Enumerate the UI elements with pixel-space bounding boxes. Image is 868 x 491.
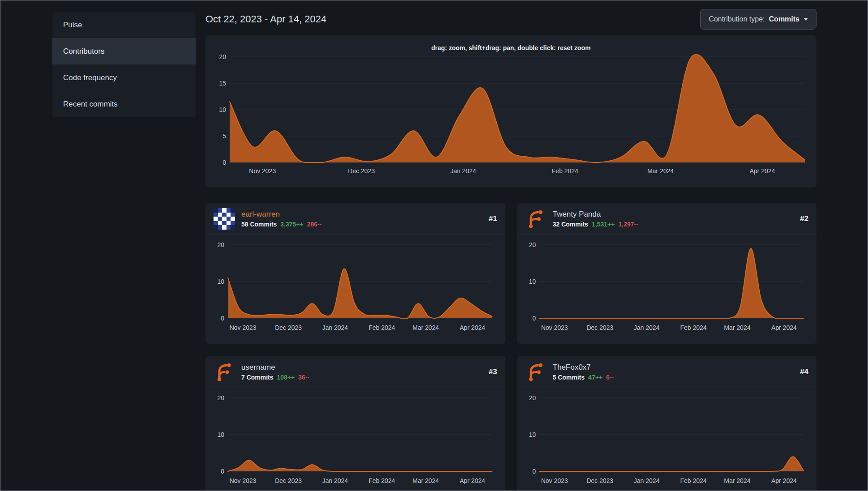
contribution-type-value: Commits [769,15,800,23]
svg-text:Nov 2023: Nov 2023 [230,477,257,484]
contributor-activity-chart[interactable]: 01020Nov 2023Dec 2023Jan 2024Feb 2024Mar… [212,392,498,487]
contributor-meta: earl-warren 58 Commits 3,375++ 286-- [241,210,483,228]
svg-text:Jan 2024: Jan 2024 [450,167,476,175]
svg-text:20: 20 [219,53,226,60]
main-activity-chart[interactable]: 05101520Nov 2023Dec 2023Jan 2024Feb 2024… [211,52,811,177]
commit-count: 5 Commits [553,374,585,381]
svg-text:Apr 2024: Apr 2024 [460,324,485,331]
additions-count: 3,375++ [280,221,303,228]
rank-badge: #3 [489,367,497,376]
contributor-name: username [241,363,483,372]
contributors-grid: earl-warren 58 Commits 3,375++ 286-- #1 … [205,203,817,491]
sidebar-item-pulse[interactable]: Pulse [52,12,196,38]
sidebar-item-contributors[interactable]: Contributors [52,38,196,64]
svg-text:0: 0 [532,315,536,322]
svg-text:Feb 2024: Feb 2024 [368,324,395,331]
svg-text:Nov 2023: Nov 2023 [541,324,568,331]
svg-text:10: 10 [217,278,224,285]
svg-text:Apr 2024: Apr 2024 [771,477,796,484]
svg-text:Jan 2024: Jan 2024 [633,477,659,484]
contributor-meta: TheFox0x7 5 Commits 47++ 6-- [553,363,794,381]
topbar: Oct 22, 2023 - Apr 14, 2024 Contribution… [205,9,817,30]
forgejo-logo-icon [525,208,547,230]
commit-count: 32 Commits [553,221,588,228]
chevron-down-icon [804,18,808,21]
svg-text:Dec 2023: Dec 2023 [586,477,613,484]
contributor-stats: 32 Commits 1,531++ 1,297-- [553,221,794,228]
contributor-name[interactable]: earl-warren [241,210,483,219]
identicon-avatar [214,208,235,230]
contributor-card-earl-warren: earl-warren 58 Commits 3,375++ 286-- #1 … [205,203,505,344]
date-range-title: Oct 22, 2023 - Apr 14, 2024 [205,13,326,25]
main-chart-card: drag: zoom, shift+drag: pan, double clic… [205,35,817,188]
svg-text:Dec 2023: Dec 2023 [275,324,302,331]
deletions-count: 286-- [307,221,322,228]
contributor-meta: Twenty Panda 32 Commits 1,531++ 1,297-- [553,210,794,228]
chart-zoom-hint: drag: zoom, shift+drag: pan, double clic… [211,35,811,51]
svg-text:10: 10 [529,431,536,438]
svg-text:5: 5 [222,132,226,140]
svg-text:Jan 2024: Jan 2024 [633,324,659,331]
svg-text:Feb 2024: Feb 2024 [680,324,706,331]
svg-text:Dec 2023: Dec 2023 [586,324,613,331]
svg-text:0: 0 [221,315,224,322]
svg-text:Feb 2024: Feb 2024 [368,477,395,484]
svg-text:10: 10 [529,278,536,285]
contributor-activity-chart[interactable]: 01020Nov 2023Dec 2023Jan 2024Feb 2024Mar… [212,239,498,333]
sidebar-item-code-frequency[interactable]: Code frequency [52,64,196,91]
svg-text:Mar 2024: Mar 2024 [724,324,750,331]
contributor-card-twenty-panda: Twenty Panda 32 Commits 1,531++ 1,297-- … [517,203,817,344]
contributor-stats: 7 Commits 108++ 36-- [241,374,483,381]
svg-text:10: 10 [217,431,224,438]
svg-text:0: 0 [532,468,536,475]
contributor-stats: 58 Commits 3,375++ 286-- [241,221,483,228]
svg-text:20: 20 [217,241,224,248]
contributor-name: Twenty Panda [553,210,794,219]
contributor-header: username 7 Commits 108++ 36-- #3 [205,356,505,388]
svg-text:Nov 2023: Nov 2023 [541,477,568,484]
rank-badge: #1 [489,214,497,223]
svg-text:Mar 2024: Mar 2024 [412,477,439,484]
main-content: Oct 22, 2023 - Apr 14, 2024 Contribution… [205,0,817,491]
commit-count: 58 Commits [241,221,277,228]
svg-text:Nov 2023: Nov 2023 [249,167,276,175]
contributor-activity-chart[interactable]: 01020Nov 2023Dec 2023Jan 2024Feb 2024Mar… [523,392,810,487]
contributor-header: earl-warren 58 Commits 3,375++ 286-- #1 [205,203,505,235]
svg-text:15: 15 [219,80,226,87]
deletions-count: 1,297-- [618,221,638,228]
forgejo-logo-icon [214,361,235,383]
additions-count: 47++ [588,374,603,381]
svg-text:20: 20 [529,394,536,401]
svg-text:Mar 2024: Mar 2024 [724,477,750,484]
svg-text:Mar 2024: Mar 2024 [647,167,674,175]
contributor-name: TheFox0x7 [553,363,794,372]
svg-text:0: 0 [222,159,226,166]
sidebar-item-recent-commits[interactable]: Recent commits [52,91,196,117]
contribution-type-dropdown[interactable]: Contribution type: Commits [700,9,817,30]
svg-text:10: 10 [219,106,226,113]
svg-text:Feb 2024: Feb 2024 [680,477,706,484]
contributors-page: Pulse Contributors Code frequency Recent… [0,0,868,491]
contributor-header: Twenty Panda 32 Commits 1,531++ 1,297-- … [517,203,817,235]
forgejo-logo-icon [525,361,547,383]
contributor-card-username: username 7 Commits 108++ 36-- #3 01020No… [205,356,505,491]
svg-text:Dec 2023: Dec 2023 [275,477,302,484]
svg-text:Nov 2023: Nov 2023 [230,324,257,331]
contributor-activity-chart[interactable]: 01020Nov 2023Dec 2023Jan 2024Feb 2024Mar… [523,239,810,333]
svg-text:20: 20 [217,394,224,401]
svg-text:Apr 2024: Apr 2024 [460,477,485,484]
svg-text:Mar 2024: Mar 2024 [412,324,439,331]
svg-text:20: 20 [529,241,536,248]
sidebar: Pulse Contributors Code frequency Recent… [52,12,196,117]
contributor-meta: username 7 Commits 108++ 36-- [241,363,483,381]
svg-text:Jan 2024: Jan 2024 [322,324,348,331]
deletions-count: 6-- [606,374,614,381]
svg-text:Apr 2024: Apr 2024 [749,167,775,175]
contributor-stats: 5 Commits 47++ 6-- [553,374,794,381]
rank-badge: #2 [800,214,808,223]
additions-count: 1,531++ [592,221,615,228]
deletions-count: 36-- [298,374,309,381]
contributor-header: TheFox0x7 5 Commits 47++ 6-- #4 [517,356,817,388]
commit-count: 7 Commits [241,374,274,381]
contributor-card-thefox0x7: TheFox0x7 5 Commits 47++ 6-- #4 01020Nov… [517,356,817,491]
